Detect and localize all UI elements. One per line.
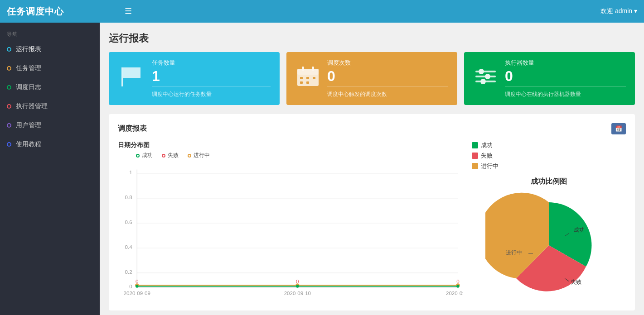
- svg-text:2020-09-10: 2020-09-10: [284, 290, 311, 296]
- svg-text:成功: 成功: [574, 227, 585, 233]
- user-info[interactable]: 欢迎 admin ▾: [600, 7, 637, 15]
- svg-rect-2: [297, 69, 319, 75]
- svg-point-15: [480, 79, 486, 84]
- svg-text:1: 1: [129, 169, 132, 175]
- sidebar-dot-report: [7, 47, 11, 52]
- sidebar-item-users[interactable]: 用户管理: [0, 116, 100, 135]
- svg-rect-6: [306, 77, 309, 79]
- sidebar-label-logs: 调度日志: [16, 83, 41, 91]
- pie-legend-success-box: [472, 142, 478, 148]
- section-title: 调度报表: [118, 124, 147, 134]
- stat-card-schedule: 调度次数 0 调度中心触发的调度次数: [286, 52, 457, 105]
- svg-text:0.6: 0.6: [125, 219, 132, 225]
- chart-legend: 成功 失败 进行中: [136, 152, 463, 159]
- svg-rect-5: [300, 77, 303, 79]
- legend-success-label: 成功: [142, 152, 153, 159]
- line-chart-area: 日期分布图 成功 失败 进行中: [118, 141, 463, 301]
- pie-chart-svg: 成功 失败 进行中: [485, 189, 612, 297]
- svg-rect-9: [306, 81, 309, 84]
- chart-title: 日期分布图: [118, 141, 463, 149]
- svg-rect-4: [312, 67, 314, 71]
- stats-row: 任务数量 1 调度中心运行的任务数量: [109, 52, 635, 105]
- svg-rect-3: [302, 67, 304, 71]
- sidebar-dot-tasks: [7, 66, 11, 71]
- pie-area: 成功 失败 进行中 成功比例图: [472, 141, 626, 301]
- date-picker-button[interactable]: 📅: [611, 123, 626, 134]
- svg-text:0: 0: [456, 278, 459, 284]
- svg-text:2020-09-1: 2020-09-1: [446, 290, 463, 296]
- pie-legend-success: 成功: [472, 141, 499, 149]
- stat-label-executor: 执行器数量: [505, 59, 626, 67]
- svg-point-36: [456, 285, 459, 288]
- svg-rect-10: [475, 71, 496, 72]
- pie-title: 成功比例图: [531, 177, 567, 186]
- sidebar-label-tasks: 任务管理: [16, 64, 41, 72]
- sidebar-label-users: 用户管理: [16, 121, 41, 129]
- pie-legend-fail-box: [472, 153, 478, 159]
- stat-content-schedule: 调度次数 0 调度中心触发的调度次数: [327, 59, 448, 98]
- stat-value-executor: 0: [505, 68, 626, 84]
- stat-desc-task: 调度中心运行的任务数量: [152, 86, 271, 98]
- section-header: 调度报表 📅: [118, 123, 626, 134]
- legend-running-dot: [188, 154, 191, 158]
- svg-text:失败: 失败: [571, 279, 581, 285]
- sidebar-item-tasks[interactable]: 任务管理: [0, 59, 100, 78]
- pie-legend-running: 进行中: [472, 162, 499, 170]
- legend-fail-dot: [162, 154, 165, 158]
- legend-fail: 失败: [162, 152, 179, 159]
- svg-rect-8: [300, 81, 303, 84]
- stat-label-task: 任务数量: [152, 59, 271, 67]
- legend-success-dot: [136, 154, 140, 158]
- top-header: 任务调度中心 ☰ 欢迎 admin ▾: [0, 0, 644, 23]
- sidebar-item-tutorial[interactable]: 使用教程: [0, 135, 100, 154]
- pie-legend: 成功 失败 进行中: [472, 141, 499, 172]
- sidebar-dot-tutorial: [7, 142, 11, 147]
- pie-legend-success-label: 成功: [481, 141, 493, 149]
- calendar-icon: [295, 65, 320, 92]
- sidebar: 导航 运行报表 任务管理 调度日志 执行器管理 用户管理 使用教程: [0, 23, 100, 315]
- line-chart-svg: 1 0.8 0.6 0.4 0.2 0: [118, 164, 463, 300]
- pie-legend-fail-label: 失败: [481, 152, 493, 160]
- sidebar-label-report: 运行报表: [16, 45, 41, 53]
- chart-container: 日期分布图 成功 失败 进行中: [118, 141, 626, 301]
- svg-text:0.8: 0.8: [125, 194, 132, 200]
- stat-content-task: 任务数量 1 调度中心运行的任务数量: [152, 59, 271, 98]
- main-layout: 导航 运行报表 任务管理 调度日志 执行器管理 用户管理 使用教程 运行报表: [0, 23, 644, 315]
- svg-point-13: [479, 69, 484, 74]
- stat-desc-schedule: 调度中心触发的调度次数: [327, 86, 448, 98]
- sidebar-item-logs[interactable]: 调度日志: [0, 78, 100, 97]
- svg-text:0: 0: [296, 278, 299, 284]
- hamburger-icon[interactable]: ☰: [125, 6, 132, 16]
- legend-success: 成功: [136, 152, 153, 159]
- schedule-section: 调度报表 📅 日期分布图 成功 失败: [109, 114, 635, 310]
- stat-card-executor: 执行器数量 0 调度中心在线的执行器机器数量: [464, 52, 635, 105]
- legend-fail-label: 失败: [168, 152, 179, 159]
- sidebar-dot-users: [7, 123, 11, 128]
- svg-text:0.4: 0.4: [125, 244, 133, 250]
- sliders-icon: [473, 65, 498, 92]
- flag-icon: [118, 65, 145, 92]
- svg-rect-0: [121, 67, 123, 86]
- sidebar-dot-logs: [7, 85, 11, 90]
- stat-desc-executor: 调度中心在线的执行器机器数量: [505, 86, 626, 98]
- svg-point-34: [136, 285, 138, 288]
- sidebar-label-executors: 执行器管理: [16, 102, 48, 110]
- stat-content-executor: 执行器数量 0 调度中心在线的执行器机器数量: [505, 59, 626, 98]
- stat-value-task: 1: [152, 68, 271, 84]
- nav-label: 导航: [0, 27, 100, 40]
- svg-text:2020-09-09: 2020-09-09: [124, 290, 150, 296]
- svg-point-14: [485, 74, 490, 79]
- logo: 任务调度中心: [7, 5, 64, 18]
- pie-legend-fail: 失败: [472, 152, 499, 160]
- stat-value-schedule: 0: [327, 68, 448, 84]
- legend-running-label: 进行中: [194, 152, 210, 159]
- content-area: 运行报表 任务数量 1 调度中心运行的任务数量: [100, 23, 644, 315]
- sidebar-item-executors[interactable]: 执行器管理: [0, 97, 100, 116]
- page-title: 运行报表: [109, 32, 635, 45]
- svg-text:进行中: 进行中: [506, 249, 522, 256]
- pie-legend-running-box: [472, 163, 478, 169]
- svg-rect-7: [313, 77, 315, 79]
- svg-point-35: [296, 285, 299, 288]
- sidebar-item-report[interactable]: 运行报表: [0, 40, 100, 59]
- svg-text:0.2: 0.2: [125, 269, 132, 275]
